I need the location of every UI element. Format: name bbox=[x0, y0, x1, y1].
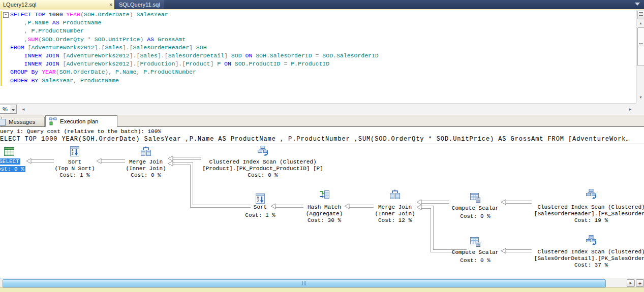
sort-icon[interactable] bbox=[69, 146, 80, 157]
code-line: SELECT TOP 1000 YEAR(SOH.OrderDate) Sale… bbox=[10, 11, 379, 19]
splitter-handle-icon[interactable] bbox=[637, 11, 644, 19]
plan-horizontal-scrollbar[interactable]: ► + bbox=[0, 278, 644, 287]
bottom-status-strip bbox=[0, 287, 644, 292]
code-line: INNER JOIN [AdventureWorks2012].[Product… bbox=[10, 60, 379, 68]
cis-icon[interactable] bbox=[257, 145, 268, 156]
tab-execution-plan-label: Execution plan bbox=[60, 118, 98, 124]
change-tracking-bar bbox=[1, 11, 2, 86]
plan-edge-arrowhead bbox=[501, 200, 506, 205]
plan-node-label: Clustered Index Scan (Clustered) bbox=[537, 249, 644, 255]
plan-node-label: Merge Join bbox=[129, 159, 163, 165]
tab-lquery12[interactable]: LQuery12.sql × bbox=[0, 0, 114, 9]
scroll-right-icon[interactable]: ► bbox=[628, 107, 632, 112]
close-icon[interactable]: × bbox=[107, 1, 114, 9]
zoom-dropdown-icon[interactable] bbox=[10, 105, 16, 113]
plan-node-cis-salesorderdetail[interactable]: Clustered Index Scan (Clustered)[SalesOr… bbox=[525, 249, 644, 269]
plan-node-label: Cost: 0 % bbox=[460, 257, 490, 264]
plan-zoom-plus-icon[interactable]: + bbox=[636, 279, 644, 287]
code-line: INNER JOIN [AdventureWorks2012].[Sales].… bbox=[10, 52, 379, 60]
plan-node-label: Compute Scalar bbox=[452, 205, 499, 211]
sort-icon[interactable] bbox=[255, 193, 266, 204]
plan-node-label: Cost: 0 % bbox=[248, 172, 278, 178]
plan-node-cis-product[interactable]: Clustered Index Scan (Clustered)[Product… bbox=[197, 159, 329, 179]
zoom-level-value: % bbox=[3, 105, 8, 114]
scroll-up-icon[interactable]: ▲ bbox=[637, 21, 644, 25]
ssms-window: LQuery12.sql × SQLQuery11.sql − SELECT T… bbox=[0, 0, 644, 292]
editor-vertical-scrollbar[interactable]: ▲ ▼ bbox=[636, 10, 644, 103]
tab-execution-plan[interactable]: Execution plan bbox=[45, 115, 117, 127]
compute-scalar-icon[interactable] bbox=[470, 236, 481, 247]
code-line: GROUP By YEAR(SOH.OrderDate), P.Name, P.… bbox=[10, 68, 379, 76]
plan-node-label: Cost: 12 % bbox=[378, 217, 412, 223]
compute-scalar-icon[interactable] bbox=[470, 192, 481, 203]
vertical-scrollbar-thumb[interactable] bbox=[637, 27, 644, 66]
plan-node-label: Compute Scalar bbox=[452, 249, 499, 255]
plan-node-label: Cost: 37 % bbox=[574, 262, 608, 268]
messages-icon bbox=[0, 119, 6, 126]
execution-plan-icon bbox=[49, 117, 57, 125]
results-tab-bar: Messages Execution plan bbox=[0, 115, 644, 127]
cis-icon[interactable] bbox=[586, 188, 597, 200]
execution-plan-canvas[interactable]: uery 1: Query cost (relative to the batc… bbox=[0, 127, 644, 278]
code-line: FROM [AdventureWorks2012].[Sales].[Sales… bbox=[10, 44, 379, 52]
merge-join-icon[interactable] bbox=[389, 189, 401, 200]
plan-node-merge-join-1[interactable]: Merge Join(Inner Join)Cost: 0 % bbox=[80, 159, 212, 179]
document-tab-strip: LQuery12.sql × SQLQuery11.sql bbox=[0, 0, 644, 9]
scrollbar-grip-icon bbox=[301, 281, 308, 285]
plan-node-label: Cost: 0 % bbox=[460, 213, 490, 219]
plan-node-cis-salesorderheader[interactable]: Clustered Index Scan (Clustered)[SalesOr… bbox=[525, 204, 644, 224]
plan-node-label: Clustered Index Scan (Clustered) bbox=[537, 204, 644, 210]
select-icon[interactable] bbox=[4, 146, 15, 157]
scrollbar-corner bbox=[636, 103, 644, 115]
zoom-level-combo[interactable]: % bbox=[0, 105, 17, 114]
code-line: ,SUM(SOD.OrderQty * SOD.UnitPrice) AS Gr… bbox=[10, 36, 379, 44]
plan-scrollbar-thumb[interactable] bbox=[3, 279, 606, 287]
tab-messages[interactable]: Messages bbox=[1, 117, 45, 126]
plan-node-label: Clustered Index Scan (Clustered) bbox=[209, 159, 316, 165]
plan-node-label: Cost: 19 % bbox=[574, 217, 608, 223]
tab-lquery12-label: LQuery12.sql bbox=[3, 2, 36, 8]
code-lines: SELECT TOP 1000 YEAR(SOH.OrderDate) Sale… bbox=[10, 11, 379, 85]
scroll-left-icon[interactable]: ◄ bbox=[21, 107, 25, 112]
collapse-region-icon[interactable]: − bbox=[3, 12, 9, 18]
plan-scroll-right-icon[interactable]: ► bbox=[627, 279, 635, 287]
code-line: ORDER BY SalesYear, ProductName bbox=[10, 77, 379, 85]
scroll-down-icon[interactable]: ▼ bbox=[637, 95, 644, 99]
chevron-down-icon[interactable] bbox=[635, 3, 640, 6]
code-line: , P.ProductNumber bbox=[10, 27, 379, 35]
plan-node-compute-scalar-1[interactable]: Compute ScalarCost: 0 % bbox=[409, 205, 541, 221]
tab-sqlquery11-label: SQLQuery11.sql bbox=[119, 2, 160, 8]
tab-messages-label: Messages bbox=[9, 119, 35, 125]
code-line: ,P.Name AS ProductName bbox=[10, 19, 379, 27]
plan-node-label: (Inner Join) bbox=[126, 166, 166, 172]
plan-node-label: Merge Join bbox=[378, 204, 412, 210]
plan-node-compute-scalar-2[interactable]: Compute ScalarCost: 0 % bbox=[409, 249, 541, 266]
plan-node-label: [SalesOrderDetail].[PK_SalesOrderD bbox=[534, 255, 644, 262]
sql-editor[interactable]: − SELECT TOP 1000 YEAR(SOH.OrderDate) Sa… bbox=[0, 10, 636, 103]
plan-node-label: [Product].[PK_Product_ProductID] [P] bbox=[202, 166, 323, 172]
cis-icon[interactable] bbox=[586, 235, 597, 246]
plan-node-label: Cost: 0 % bbox=[131, 172, 161, 178]
tab-sqlquery11[interactable]: SQLQuery11.sql bbox=[115, 0, 164, 9]
merge-join-icon[interactable] bbox=[140, 146, 151, 157]
hash-match-icon[interactable] bbox=[319, 189, 330, 200]
plan-node-label: [SalesOrderHeader].[PK_SalesOrderH bbox=[534, 211, 644, 217]
editor-horizontal-scrollbar[interactable]: % ◄ ► bbox=[0, 103, 636, 115]
